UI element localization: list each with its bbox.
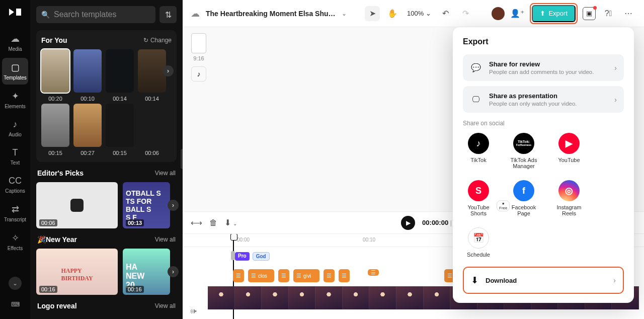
zoom-level[interactable]: 100% ⌄	[405, 10, 433, 17]
project-title[interactable]: The Heartbreaking Moment Elsa Shu…	[206, 10, 336, 18]
effects-icon: ✧	[12, 232, 19, 244]
redo-button[interactable]: ↷	[458, 6, 473, 21]
share-youtube-shorts[interactable]: SYouTube Shorts	[463, 180, 494, 216]
change-button[interactable]: ↻Change	[143, 37, 172, 44]
template-thumb[interactable]: 00:10	[73, 49, 102, 93]
search-icon: 🔍	[41, 11, 50, 19]
template-thumb[interactable]: 00:27	[73, 104, 102, 147]
template-thumb[interactable]: 00:20	[41, 49, 69, 93]
topbar: ☁ The Heartbreaking Moment Elsa Shu… ⌄ ➤…	[183, 0, 644, 27]
nav-transcript[interactable]: ⇄Transcript	[2, 200, 28, 226]
template-thumb[interactable]: 00:14	[138, 49, 166, 93]
nav-more[interactable]: ⌄	[9, 277, 22, 290]
user-avatar[interactable]	[492, 7, 505, 20]
share-for-review[interactable]: 💬 Share for review People can add commen…	[463, 54, 624, 81]
chevron-down-icon: ⌄	[426, 10, 431, 17]
template-thumb[interactable]: OTBALL STS FORBALL SS F00:13	[123, 182, 170, 228]
tiktok-ads-icon: TikTok:ForBusiness	[513, 133, 534, 154]
caption-clip[interactable]: ☰	[368, 269, 379, 276]
share-tiktok-ads[interactable]: TikTok:ForBusinessTikTok Ads Manager	[508, 133, 539, 169]
undo-button[interactable]: ↶	[438, 6, 453, 21]
scroll-right-button[interactable]: ›	[168, 266, 179, 277]
tiktok-preset[interactable]: ♪	[191, 66, 206, 82]
template-thumb[interactable]: 00:14	[106, 49, 134, 93]
main-area: ☁ The Heartbreaking Moment Elsa Shu… ⌄ ➤…	[183, 0, 644, 319]
nav-audio[interactable]: ♪Audio	[2, 115, 28, 141]
ratio-select[interactable]	[191, 33, 206, 53]
download-button[interactable]: ⬇ Download ›	[463, 267, 624, 294]
caption-clip[interactable]: ☰	[278, 269, 289, 282]
mute-button[interactable]: 🕪	[190, 307, 197, 315]
share-instagram[interactable]: ◎Instagram Reels	[553, 180, 585, 216]
filter-icon: ⇅	[165, 10, 172, 20]
caption-clip[interactable]: ☰clos	[248, 269, 274, 282]
audio-icon: ♪	[13, 119, 18, 130]
scroll-right-button[interactable]: ›	[163, 65, 174, 76]
ratio-panel: 9:16 ♪	[189, 33, 209, 211]
nav-media[interactable]: ☁Media	[2, 29, 28, 56]
free-badge: ● Free	[497, 200, 510, 211]
caption-clip[interactable]: ☰	[324, 269, 335, 282]
split-tool[interactable]: ⟷	[191, 218, 202, 227]
chevron-right-icon: ›	[172, 268, 174, 275]
track-handle[interactable]	[231, 251, 235, 260]
tiktok-icon: ♪	[468, 133, 489, 154]
caption-clip[interactable]: ☰	[233, 269, 244, 282]
hand-tool[interactable]: ✋	[385, 6, 400, 21]
share-youtube[interactable]: ▶YouTube	[553, 133, 585, 169]
caption-clip[interactable]: ☰	[339, 269, 350, 282]
nav-keyboard[interactable]: ⌨	[9, 298, 22, 311]
chevron-down-icon[interactable]: ⌄	[342, 10, 347, 17]
view-all-link[interactable]: View all	[155, 236, 176, 243]
share-as-presentation[interactable]: 🖵 Share as presentation People can only …	[463, 86, 624, 113]
chevron-down-icon: ⌄	[233, 221, 237, 226]
template-thumb[interactable]: 00:15	[41, 104, 69, 147]
editors-picks-title: Editor's Picks	[37, 169, 84, 177]
invite-button[interactable]: 👤⁺	[510, 6, 525, 21]
presentation-icon: 🖵	[470, 95, 482, 104]
delete-tool[interactable]: 🗑	[209, 218, 217, 227]
undo-icon: ↶	[442, 9, 449, 18]
template-thumb[interactable]: HANEW2000:16	[123, 249, 170, 295]
nav-effects[interactable]: ✧Effects	[2, 228, 28, 255]
user-plus-icon: 👤⁺	[510, 9, 524, 18]
for-you-title: For You	[41, 36, 67, 44]
pointer-tool[interactable]: ➤	[365, 6, 380, 21]
app-logo[interactable]	[8, 7, 22, 17]
nav-elements[interactable]: ✦Elements	[2, 87, 28, 113]
redo-icon: ↷	[462, 9, 469, 18]
nav-captions[interactable]: CCCaptions	[2, 172, 28, 198]
scroll-right-button[interactable]: ›	[168, 200, 179, 211]
search-input[interactable]: 🔍Search templates	[36, 6, 155, 23]
for-you-section: For You ↻Change 00:20 00:10 00:14 00:14 …	[36, 30, 177, 162]
export-button[interactable]: ⬆Export	[532, 5, 576, 22]
nav-text[interactable]: TText	[2, 143, 28, 170]
template-thumb[interactable]: 00:06	[36, 182, 118, 228]
present-button[interactable]: ▣	[583, 7, 596, 20]
new-year-title: 🎉New Year	[37, 235, 77, 244]
filter-button[interactable]: ⇅	[159, 6, 177, 23]
download-clip[interactable]: ⬇ ⌄	[224, 218, 237, 227]
cloud-icon: ☁	[11, 33, 20, 44]
play-button[interactable]: ▶	[401, 216, 415, 230]
share-tiktok[interactable]: ♪TikTok	[463, 133, 494, 169]
template-thumb[interactable]: 00:06	[138, 104, 166, 147]
share-facebook[interactable]: fFacebook Page	[508, 180, 539, 216]
export-title: Export	[463, 37, 624, 46]
caption-clip[interactable]: ☰givi	[293, 269, 319, 282]
text-icon: T	[13, 147, 18, 158]
schedule-post[interactable]: ● Free📅Schedule	[463, 227, 494, 258]
youtube-icon: ▶	[558, 133, 580, 154]
templates-panel: 🔍Search templates ⇅ For You ↻Change 00:2…	[30, 0, 183, 319]
view-all-link[interactable]: View all	[155, 302, 176, 309]
template-thumb[interactable]: 00:15	[106, 104, 134, 147]
export-popover: Export 💬 Share for review People can add…	[453, 27, 634, 303]
nav-templates[interactable]: ▢Templates	[2, 58, 28, 85]
chevron-down-icon: ⌄	[13, 280, 18, 287]
view-all-link[interactable]: View all	[155, 170, 176, 177]
template-thumb[interactable]: HAPPYBIRTHDAY00:16	[36, 249, 118, 295]
help-button[interactable]: ?⃝	[601, 6, 616, 21]
calendar-icon: 📅	[468, 227, 489, 249]
more-button[interactable]: ⋯	[621, 6, 636, 21]
cloud-sync-icon[interactable]: ☁	[191, 8, 200, 19]
